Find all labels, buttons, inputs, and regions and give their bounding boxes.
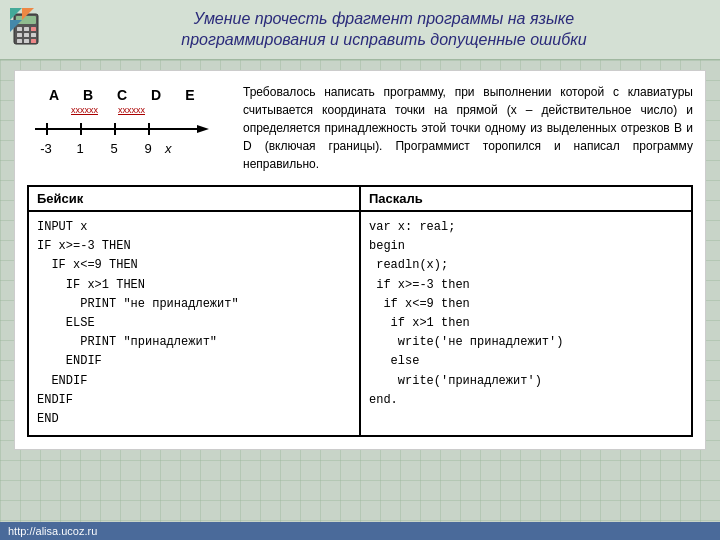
- bracket-D: xxxxxx: [118, 105, 145, 115]
- label-E: E: [173, 87, 207, 103]
- label-A: A: [37, 87, 71, 103]
- svg-rect-7: [31, 33, 36, 37]
- brackets-row: xxxxxx xxxxxx: [27, 105, 145, 115]
- top-section: A B C D E xxxxxx xxxxxx: [27, 83, 693, 173]
- svg-rect-2: [17, 27, 22, 31]
- number-line-svg: [27, 116, 212, 141]
- val-9: 9: [131, 141, 165, 156]
- svg-rect-6: [24, 33, 29, 37]
- code-table: Бейсик Паскаль INPUT x IF x>=-3 THEN IF …: [27, 185, 693, 437]
- basic-code: INPUT x IF x>=-3 THEN IF x<=9 THEN IF x>…: [28, 211, 360, 436]
- footer: http://alisa.ucoz.ru: [0, 522, 720, 540]
- description-text: Требовалось написать программу, при выпо…: [243, 83, 693, 173]
- main-content: A B C D E xxxxxx xxxxxx: [14, 70, 706, 450]
- calculator-icon: [8, 6, 56, 54]
- label-C: C: [105, 87, 139, 103]
- label-B: B: [71, 87, 105, 103]
- val-x: x: [165, 141, 172, 156]
- nl-values: -3 1 5 9 x: [27, 141, 172, 156]
- svg-rect-3: [24, 27, 29, 31]
- svg-marker-15: [197, 125, 209, 133]
- svg-rect-5: [17, 33, 22, 37]
- header-title: Умение прочесть фрагмент программы на яз…: [60, 9, 708, 51]
- val-neg3: -3: [29, 141, 63, 156]
- val-5: 5: [97, 141, 131, 156]
- header: Умение прочесть фрагмент программы на яз…: [0, 0, 720, 60]
- svg-rect-9: [24, 39, 29, 43]
- pascal-code: var x: real; begin readln(x); if x>=-3 t…: [360, 211, 692, 436]
- footer-url: http://alisa.ucoz.ru: [8, 525, 97, 537]
- col-pascal-header: Паскаль: [360, 186, 692, 211]
- val-1: 1: [63, 141, 97, 156]
- svg-rect-10: [31, 39, 36, 43]
- svg-rect-8: [17, 39, 22, 43]
- number-line-area: A B C D E xxxxxx xxxxxx: [27, 83, 227, 173]
- bracket-B: xxxxxx: [71, 105, 98, 115]
- col-basic-header: Бейсик: [28, 186, 360, 211]
- svg-rect-4: [31, 27, 36, 31]
- label-D: D: [139, 87, 173, 103]
- nl-labels: A B C D E: [27, 87, 207, 103]
